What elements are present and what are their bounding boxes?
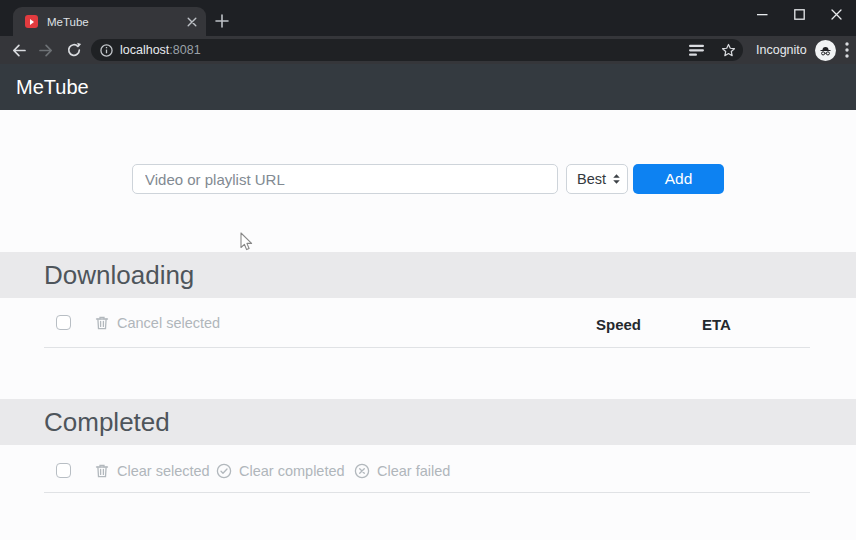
trash-icon — [94, 315, 110, 331]
cancel-selected-label: Cancel selected — [117, 315, 220, 331]
tab-strip: MeTube — [0, 0, 856, 36]
completed-select-all-checkbox[interactable] — [56, 463, 71, 478]
completed-actions-row: Clear selected Clear completed Clear fai… — [0, 463, 856, 481]
quality-select[interactable]: Best — [566, 164, 628, 194]
bookmark-star-icon[interactable] — [721, 43, 736, 58]
x-circle-icon — [354, 463, 370, 479]
forward-icon[interactable] — [38, 42, 55, 59]
clear-selected-label: Clear selected — [117, 463, 210, 479]
back-icon[interactable] — [10, 42, 27, 59]
clear-completed-button[interactable]: Clear completed — [216, 463, 345, 479]
minimize-icon[interactable] — [744, 0, 781, 28]
browser-menu-icon[interactable] — [845, 42, 849, 58]
browser-tab-metube[interactable]: MeTube — [13, 7, 206, 36]
address-bar[interactable]: localhost:8081 — [91, 39, 743, 61]
check-circle-icon — [216, 463, 232, 479]
url-host: localhost — [120, 43, 169, 57]
url-input[interactable] — [132, 164, 558, 194]
column-header-speed: Speed — [596, 316, 641, 333]
completed-divider — [44, 492, 810, 493]
window-controls — [744, 0, 855, 28]
add-button[interactable]: Add — [633, 164, 724, 194]
clear-failed-label: Clear failed — [377, 463, 450, 479]
metube-favicon-icon — [25, 15, 38, 28]
clear-failed-button[interactable]: Clear failed — [354, 463, 450, 479]
tab-close-icon[interactable] — [187, 17, 197, 27]
downloading-actions-row: Cancel selected Speed ETA — [0, 315, 856, 333]
reload-icon[interactable] — [65, 42, 82, 59]
app-navbar: MeTube — [0, 64, 856, 110]
incognito-label: Incognito — [756, 43, 807, 57]
downloading-divider — [44, 347, 810, 348]
downloading-select-all-checkbox[interactable] — [56, 315, 71, 330]
incognito-avatar-icon[interactable] — [815, 40, 836, 61]
cancel-selected-button[interactable]: Cancel selected — [94, 315, 220, 331]
downloading-section-header: Downloading — [0, 252, 856, 298]
maximize-icon[interactable] — [781, 0, 818, 28]
browser-toolbar: localhost:8081 Incognito — [0, 36, 856, 64]
app-brand[interactable]: MeTube — [16, 76, 89, 99]
select-caret-icon — [612, 173, 621, 185]
column-header-eta: ETA — [702, 316, 731, 333]
clear-completed-label: Clear completed — [239, 463, 345, 479]
downloading-title: Downloading — [0, 252, 856, 298]
add-url-form: Best Add — [132, 164, 724, 194]
completed-section-header: Completed — [0, 399, 856, 445]
browser-window: MeTube — [0, 0, 856, 540]
completed-title: Completed — [0, 399, 856, 445]
close-icon[interactable] — [818, 0, 855, 28]
quality-value: Best — [577, 171, 606, 187]
clear-selected-button[interactable]: Clear selected — [94, 463, 210, 479]
trash-icon — [94, 463, 110, 479]
tab-title: MeTube — [47, 16, 187, 28]
url-port: :8081 — [169, 43, 200, 57]
reading-list-icon[interactable] — [689, 44, 704, 57]
url-text[interactable]: localhost:8081 — [120, 43, 201, 57]
site-info-icon[interactable] — [100, 44, 113, 57]
new-tab-icon[interactable] — [215, 14, 229, 28]
